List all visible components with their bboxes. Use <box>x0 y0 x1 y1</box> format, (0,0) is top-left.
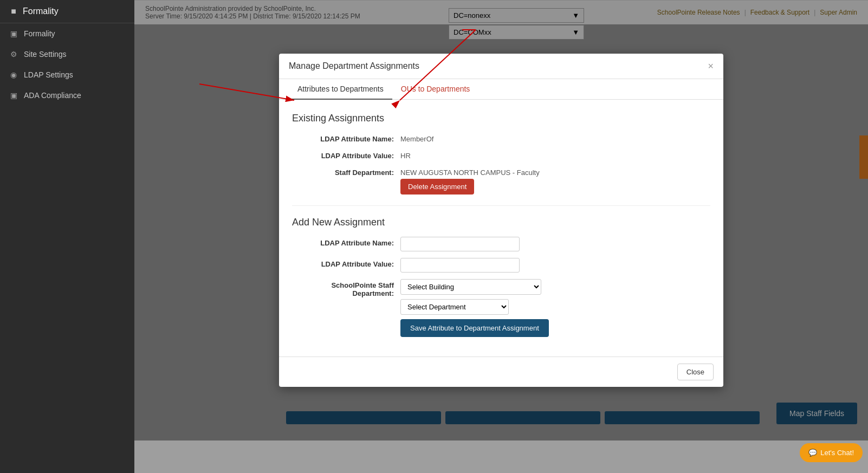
gear-icon: ⚙ <box>9 49 18 59</box>
attr-name-label: LDAP Attribute Name: <box>292 133 400 143</box>
new-attr-name-label: LDAP Attribute Name: <box>292 237 400 247</box>
section-divider <box>292 205 710 206</box>
tab-attributes-to-departments[interactable]: Attributes to Departments <box>289 79 392 100</box>
sidebar-item-ldap-settings[interactable]: ◉ LDAP Settings <box>0 64 134 85</box>
new-attr-name-input[interactable] <box>400 237 520 251</box>
chat-icon: 💬 <box>808 449 817 457</box>
new-section-title: Add New Assignment <box>292 217 710 228</box>
modal-close-button[interactable]: × <box>708 61 714 71</box>
new-attr-name-row: LDAP Attribute Name: <box>292 237 710 251</box>
modal-tabs: Attributes to Departments OUs to Departm… <box>279 79 723 100</box>
modal-body: Existing Assignments LDAP Attribute Name… <box>279 100 723 357</box>
staff-dept-value: NEW AUGUSTA NORTH CAMPUS - Faculty <box>400 166 540 177</box>
chat-button[interactable]: 💬 Let's Chat! <box>800 443 863 462</box>
new-attr-value-row: LDAP Attribute Value: <box>292 258 710 273</box>
sidebar-label-ada-compliance: ADA Compliance <box>24 91 81 100</box>
existing-assignments-section: Existing Assignments LDAP Attribute Name… <box>292 113 710 195</box>
attr-value-label: LDAP Attribute Value: <box>292 150 400 160</box>
new-attr-value-input[interactable] <box>400 258 520 273</box>
new-attr-value-label: LDAP Attribute Value: <box>292 258 400 268</box>
tab-ous-to-departments[interactable]: OUs to Departments <box>392 79 479 100</box>
staff-dept-label: Staff Department: <box>292 166 400 177</box>
main-content: DC=nonexx ▼ DC=COMxx ▼ Edit Manage Map S… <box>134 0 868 473</box>
sidebar-item-site-settings[interactable]: ⚙ Site Settings <box>0 44 134 64</box>
modal-dialog: Manage Department Assignments × Attribut… <box>279 54 723 387</box>
monitor-icon: ▣ <box>9 90 18 100</box>
attr-value-value: HR <box>400 150 411 160</box>
attr-name-row: LDAP Attribute Name: MemberOf <box>292 133 710 143</box>
add-new-assignment-section: Add New Assignment LDAP Attribute Name: … <box>292 217 710 337</box>
chat-label: Let's Chat! <box>820 449 854 457</box>
close-modal-button[interactable]: Close <box>677 364 714 380</box>
modal-overlay: Manage Department Assignments × Attribut… <box>134 0 868 440</box>
delete-assignment-button[interactable]: Delete Assignment <box>400 179 474 195</box>
network-icon: ◉ <box>9 70 18 80</box>
brand-icon: ■ <box>9 7 18 16</box>
sidebar-label-site-settings: Site Settings <box>24 50 67 59</box>
sidebar-item-formality[interactable]: ▣ Formality <box>0 23 134 44</box>
modal-footer: Close <box>279 357 723 387</box>
save-attribute-button[interactable]: Save Attribute to Department Assignment <box>400 319 549 337</box>
attr-name-value: MemberOf <box>400 133 433 143</box>
modal-header: Manage Department Assignments × <box>279 54 723 79</box>
grid-icon: ▣ <box>9 29 18 38</box>
staff-dept-row: Staff Department: NEW AUGUSTA NORTH CAMP… <box>292 166 710 195</box>
brand-label: Formality <box>23 7 59 16</box>
sidebar-item-ada-compliance[interactable]: ▣ ADA Compliance <box>0 85 134 106</box>
sidebar-brand: ■ Formality <box>0 0 134 23</box>
attr-value-row: LDAP Attribute Value: HR <box>292 150 710 160</box>
sidebar-label-ldap-settings: LDAP Settings <box>24 70 73 79</box>
select-department-dropdown[interactable]: Select Department <box>400 299 509 315</box>
sidebar-label-formality: Formality <box>24 29 55 38</box>
modal-title: Manage Department Assignments <box>289 61 419 71</box>
new-staff-dept-label: SchoolPointe Staff Department: <box>292 279 400 297</box>
sidebar: ■ Formality ▣ Formality ⚙ Site Settings … <box>0 0 134 473</box>
select-building-dropdown[interactable]: Select Building <box>400 279 541 295</box>
new-staff-dept-row: SchoolPointe Staff Department: Select Bu… <box>292 279 710 337</box>
existing-section-title: Existing Assignments <box>292 113 710 124</box>
